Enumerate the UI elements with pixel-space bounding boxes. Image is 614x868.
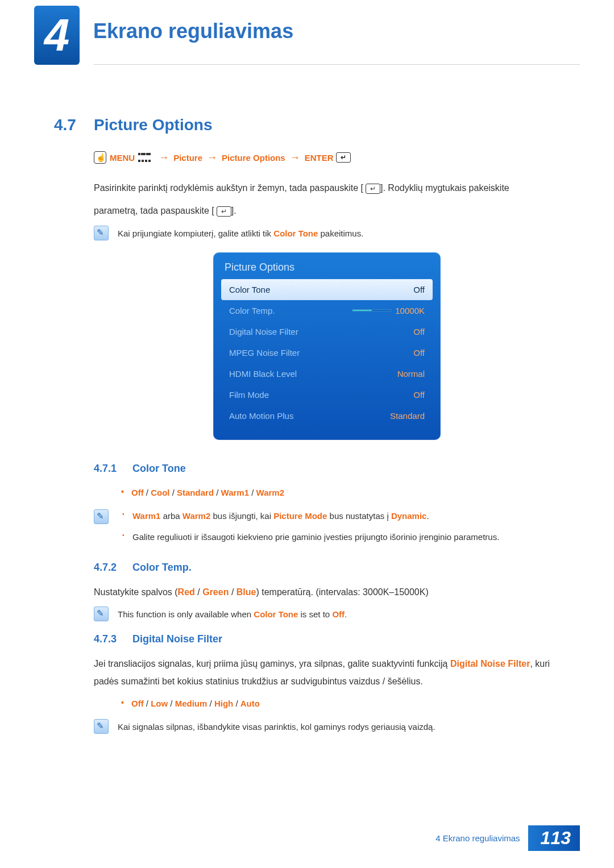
- subsection-number: 4.7.3: [94, 633, 132, 645]
- osd-menu-item[interactable]: MPEG Noise FilterOff: [221, 342, 433, 363]
- osd-item-label: Film Mode: [229, 390, 269, 400]
- subsection-title: Color Temp.: [132, 562, 192, 574]
- breadcrumb-menu: MENU: [110, 153, 135, 163]
- breadcrumb-picture-options: Picture Options: [222, 153, 285, 163]
- arrow-icon: →: [207, 152, 217, 164]
- breadcrumb-enter: ENTER: [305, 153, 334, 163]
- osd-item-label: Color Temp.: [229, 306, 275, 315]
- osd-menu-item[interactable]: Color Temp.10000K: [221, 300, 433, 321]
- section-title: Picture Options: [94, 116, 212, 134]
- note-bullet: Warm1 arba Warm2 bus išjungti, kai Pictu…: [118, 508, 560, 524]
- menu-grid-icon: [138, 153, 151, 162]
- breadcrumb-picture: Picture: [173, 153, 202, 163]
- remote-hand-icon: [94, 151, 106, 164]
- osd-item-value: Off: [413, 348, 425, 358]
- osd-item-value: Normal: [397, 369, 425, 379]
- enter-button-icon: [366, 184, 380, 194]
- note-icon: [94, 607, 109, 621]
- note-text: Kai prijungiate kompiuterį, galite atlik…: [118, 226, 363, 241]
- menu-breadcrumb: MENU → Picture → Picture Options → ENTER: [94, 151, 560, 164]
- section-heading: 4.7 Picture Options: [54, 116, 560, 134]
- osd-menu-item[interactable]: Auto Motion PlusStandard: [221, 405, 433, 426]
- footer-page-number: 113: [528, 825, 580, 851]
- note: This function is only available when Col…: [94, 607, 560, 622]
- option-list: Off / Cool / Standard / Warm1 / Warm2: [117, 485, 560, 500]
- chapter-number-box: 4: [34, 6, 80, 65]
- osd-menu-item[interactable]: Color ToneOff: [221, 279, 433, 300]
- body-text: Jei transliacijos signalas, kurį priima …: [94, 655, 560, 690]
- note-text: This function is only available when Col…: [118, 607, 347, 622]
- enter-button-icon: [217, 206, 231, 217]
- subsection-title: Digital Noise Filter: [132, 633, 222, 645]
- osd-item-label: MPEG Noise Filter: [229, 348, 300, 358]
- subsection-title: Color Tone: [132, 463, 186, 475]
- arrow-icon: →: [290, 152, 300, 164]
- page-footer: 4 Ekrano reguliavimas 113: [435, 825, 580, 851]
- osd-item-value: 10000K: [395, 306, 425, 315]
- osd-title: Picture Options: [221, 259, 433, 279]
- subsection-number: 4.7.1: [94, 463, 132, 475]
- section-number: 4.7: [54, 116, 94, 134]
- intro-paragraph: Pasirinkite parinktį rodyklėmis aukštyn …: [94, 180, 560, 197]
- osd-slider: 10000K: [352, 306, 425, 315]
- note-icon: [94, 719, 109, 734]
- note: Kai signalas silpnas, išbandykite visas …: [94, 719, 560, 734]
- osd-menu-item[interactable]: Digital Noise FilterOff: [221, 321, 433, 342]
- option-list: Off / Low / Medium / High / Auto: [117, 696, 560, 711]
- footer-chapter-label: 4 Ekrano reguliavimas: [435, 833, 520, 843]
- arrow-icon: →: [159, 152, 169, 164]
- osd-item-value: Off: [413, 327, 425, 337]
- osd-item-value: Off: [413, 390, 425, 400]
- note-bullet: Galite reguliuoti ir išsaugoti kiekvieno…: [118, 529, 560, 545]
- osd-item-label: HDMI Black Level: [229, 369, 297, 379]
- subsection-number: 4.7.2: [94, 562, 132, 574]
- chapter-header: 4 Ekrano reguliavimas: [0, 0, 614, 65]
- osd-menu-item[interactable]: Film ModeOff: [221, 384, 433, 405]
- subsection-heading: 4.7.1 Color Tone: [94, 463, 560, 475]
- enter-button-icon: [336, 152, 351, 163]
- subsection-heading: 4.7.3 Digital Noise Filter: [94, 633, 560, 645]
- osd-menu-item[interactable]: HDMI Black LevelNormal: [221, 363, 433, 384]
- note-text: Kai signalas silpnas, išbandykite visas …: [118, 719, 435, 734]
- osd-panel: Picture Options Color ToneOffColor Temp.…: [213, 252, 441, 440]
- intro-paragraph-2: parametrą, tada paspauskite [].: [94, 202, 560, 219]
- note: Kai prijungiate kompiuterį, galite atlik…: [94, 226, 560, 241]
- osd-item-value: Standard: [390, 411, 425, 421]
- subsection-heading: 4.7.2 Color Temp.: [94, 562, 560, 574]
- note-icon: [94, 226, 109, 240]
- osd-item-label: Auto Motion Plus: [229, 411, 293, 421]
- body-text: Nustatykite spalvos (Red / Green / Blue)…: [94, 584, 560, 601]
- chapter-title: Ekrano reguliavimas: [93, 6, 293, 43]
- note-icon: [94, 509, 109, 524]
- chapter-number: 4: [44, 13, 70, 58]
- osd-item-value: Off: [413, 285, 425, 294]
- osd-item-label: Color Tone: [229, 285, 270, 294]
- osd-item-label: Digital Noise Filter: [229, 327, 298, 337]
